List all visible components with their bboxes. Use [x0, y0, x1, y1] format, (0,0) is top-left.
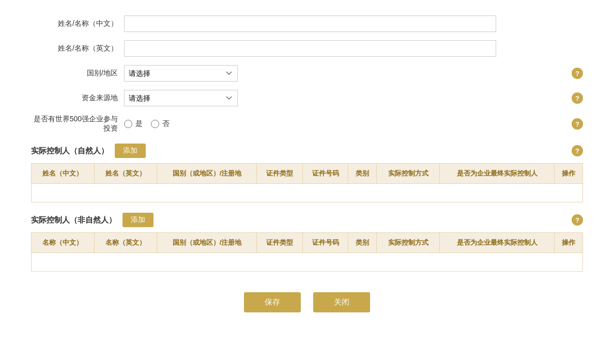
- natural-person-help-icon[interactable]: ?: [572, 145, 583, 156]
- np-col-cert-type: 证件类型: [257, 164, 302, 184]
- footer-buttons: 保存 关闭: [31, 292, 583, 328]
- natural-person-table-header: 姓名（中文） 姓名（英文） 国别（或地区）/注册地 证件类型 证件号码 类别 实…: [32, 164, 583, 184]
- funding-source-help-icon[interactable]: ?: [572, 92, 583, 104]
- np-col-name-cn: 姓名（中文）: [32, 164, 95, 184]
- np-col-cert-no: 证件号码: [302, 164, 348, 184]
- non-natural-person-help-icon[interactable]: ?: [572, 214, 583, 226]
- nnp-col-operation: 操作: [554, 233, 582, 253]
- np-col-control-method: 实际控制方式: [377, 164, 440, 184]
- name-english-label: 姓名/名称（英文）: [31, 44, 124, 53]
- fortune500-no-label: 否: [162, 119, 170, 129]
- fortune500-yes-label: 是: [135, 119, 143, 129]
- np-col-ultimate-controller: 是否为企业最终实际控制人: [440, 164, 555, 184]
- nnp-col-control-method: 实际控制方式: [377, 233, 440, 253]
- fortune500-row: 是否有世界500强企业参与投资 是 否 ?: [31, 115, 583, 133]
- np-col-operation: 操作: [554, 164, 582, 184]
- fortune500-no-option[interactable]: 否: [151, 119, 170, 129]
- np-col-country: 国别（或地区）/注册地: [157, 164, 257, 184]
- non-natural-person-table: 名称（中文） 名称（英文） 国别（或地区）/注册地 证件类型 证件号码 类别 实…: [31, 232, 583, 272]
- funding-source-label: 资金来源地: [31, 93, 124, 103]
- form-section: 姓名/名称（中文） 姓名/名称（英文） 国别/地区 请选择 ? 资金来源地 请选…: [31, 15, 583, 133]
- fortune500-yes-radio[interactable]: [124, 120, 132, 128]
- country-select[interactable]: 请选择: [124, 65, 238, 82]
- nnp-col-cert-no: 证件号码: [302, 233, 348, 253]
- fortune500-label: 是否有世界500强企业参与投资: [31, 115, 124, 133]
- natural-person-title: 实际控制人（自然人）: [31, 146, 109, 156]
- funding-source-select[interactable]: 请选择: [124, 90, 238, 106]
- natural-person-table: 姓名（中文） 姓名（英文） 国别（或地区）/注册地 证件类型 证件号码 类别 实…: [31, 163, 583, 202]
- non-natural-person-empty-row: [32, 253, 583, 272]
- non-natural-person-add-button[interactable]: 添加: [122, 213, 154, 227]
- fortune500-no-radio[interactable]: [151, 120, 159, 128]
- non-natural-person-table-header: 名称（中文） 名称（英文） 国别（或地区）/注册地 证件类型 证件号码 类别 实…: [32, 233, 583, 253]
- name-english-input[interactable]: [124, 40, 496, 57]
- name-chinese-input[interactable]: [124, 15, 496, 32]
- nnp-col-name-cn: 名称（中文）: [32, 233, 95, 253]
- save-button[interactable]: 保存: [244, 292, 301, 312]
- nnp-col-category: 类别: [348, 233, 377, 253]
- nnp-col-cert-type: 证件类型: [257, 233, 302, 253]
- fortune500-radio-group: 是 否: [124, 119, 170, 129]
- np-col-name-en: 姓名（英文）: [94, 164, 157, 184]
- np-col-category: 类别: [348, 164, 377, 184]
- natural-person-add-button[interactable]: 添加: [115, 144, 146, 158]
- natural-person-section-title-row: 实际控制人（自然人） 添加 ?: [31, 144, 583, 158]
- close-button[interactable]: 关闭: [313, 292, 370, 312]
- nnp-col-name-en: 名称（英文）: [94, 233, 157, 253]
- nnp-col-country: 国别（或地区）/注册地: [157, 233, 257, 253]
- non-natural-person-title: 实际控制人（非自然人）: [31, 215, 116, 225]
- country-help-icon[interactable]: ?: [572, 68, 583, 79]
- fortune500-yes-option[interactable]: 是: [124, 119, 143, 129]
- name-chinese-row: 姓名/名称（中文）: [31, 15, 583, 32]
- funding-source-row: 资金来源地 请选择 ?: [31, 90, 583, 106]
- non-natural-person-section-title-row: 实际控制人（非自然人） 添加 ?: [31, 213, 583, 227]
- fortune500-help-icon[interactable]: ?: [572, 118, 583, 130]
- natural-person-empty-row: [32, 184, 583, 202]
- country-row: 国别/地区 请选择 ?: [31, 65, 583, 82]
- nnp-col-ultimate-controller: 是否为企业最终实际控制人: [440, 233, 555, 253]
- country-label: 国别/地区: [31, 69, 124, 78]
- name-chinese-label: 姓名/名称（中文）: [31, 19, 124, 28]
- name-english-row: 姓名/名称（英文）: [31, 40, 583, 57]
